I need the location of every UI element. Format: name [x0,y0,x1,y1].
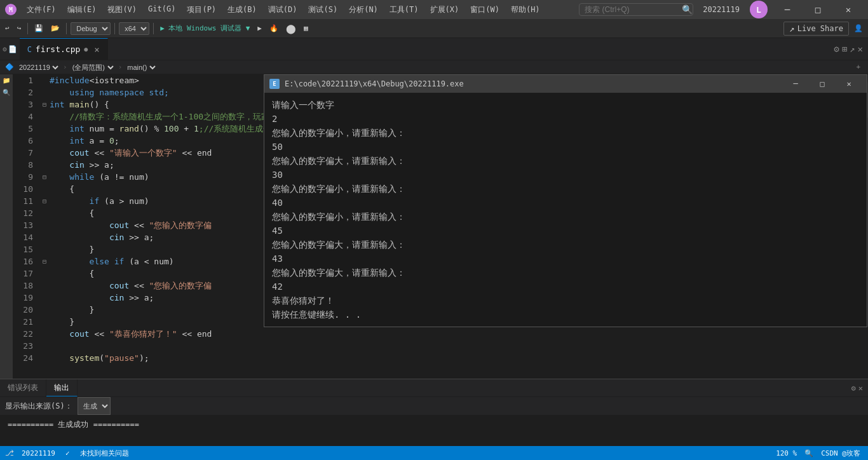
toolbar-undo-btn[interactable]: ↩ [3,23,12,34]
fold-icon-19[interactable] [41,294,48,302]
live-share-button[interactable]: ↗ Live Share [783,22,849,36]
minimize-button[interactable]: ─ [773,0,802,19]
fold-icon-15[interactable] [41,246,48,254]
explorer-icon[interactable]: 📁 [3,77,10,84]
title-bar: M 文件(F)编辑(E)视图(V)Git(G)项目(P)生成(B)调试(D)测试… [0,0,868,19]
output-source-select[interactable]: 生成 [78,397,111,415]
menu-item-X[interactable]: 扩展(X) [425,3,465,17]
menu-item-E[interactable]: 编辑(E) [62,3,102,17]
token-plain: >> a; [124,292,154,304]
close-button[interactable]: ✕ [834,0,863,19]
platform-dropdown[interactable]: x64 [119,22,149,35]
zoom-level[interactable]: 120 % [773,449,799,458]
line-number-16: 16 [18,255,33,267]
token-plain [64,98,69,111]
fold-icon-6[interactable] [41,137,48,145]
tab-maximize-icon[interactable]: ↗ [850,44,855,54]
restore-button[interactable]: □ [803,0,832,19]
menu-item-T[interactable]: 工具(T) [384,3,424,17]
fold-icon-14[interactable] [41,234,48,241]
fold-icon-23[interactable] [41,342,48,350]
fold-icon-22[interactable] [41,330,48,338]
editor-container: 📁 🔍 123456789101112131415161718192021222… [0,74,868,379]
fold-icon-18[interactable] [41,282,48,290]
menu-item-B[interactable]: 生成(B) [222,3,262,17]
toolbar-redo-btn[interactable]: ↪ [15,23,24,34]
menu-item-H[interactable]: 帮助(H) [506,3,545,17]
line-number-23: 23 [18,340,33,352]
debug-config-dropdown[interactable]: Debug [71,22,111,35]
console-line: 42 [272,280,859,294]
fold-icon-5[interactable] [41,125,48,133]
fold-icon-11[interactable]: ⊟ [41,198,48,205]
feedback-button[interactable]: 👤 [851,23,865,34]
fold-icon-1[interactable] [41,77,48,85]
scope-namespace-dropdown[interactable]: (全局范围) [70,63,116,72]
git-branch-label[interactable]: 20221119 [19,449,58,457]
menu-item-F[interactable]: 文件(F) [22,3,61,17]
toolbar-save-btn[interactable]: 💾 [32,23,46,34]
token-kw: using namespace std; [50,86,169,98]
scope-member-dropdown[interactable]: main() [125,63,158,72]
menu-item-S[interactable]: 测试(S) [303,3,342,17]
user-avatar[interactable]: L [750,1,768,18]
panel-close-icon[interactable]: ✕ [858,384,863,393]
scope-file-dropdown[interactable]: 20221119 [17,63,60,72]
fold-icon-8[interactable] [41,161,48,169]
console-minimize-btn[interactable]: ─ [783,75,808,93]
toolbar: ↩ ↪ 💾 📂 Debug x64 ▶ 本地 Windows 调试器 ▼ ▶ 🔥… [0,19,868,38]
tab-first-cpp[interactable]: C first.cpp ● × [20,38,108,60]
hot-reload-button[interactable]: 🔥 [267,23,281,34]
no-issues-label[interactable]: 未找到相关问题 [78,449,132,458]
panel-tab-output[interactable]: 输出 [46,379,78,396]
token-kw: while [50,171,94,183]
token-plain [50,352,69,364]
menu-item-P[interactable]: 项目(P) [182,3,221,17]
fold-icon-12[interactable] [41,210,48,217]
fold-icon-4[interactable] [41,113,48,121]
toolbar-sep2 [66,23,67,34]
git-icon: ⎇ [5,449,14,457]
fold-icon-13[interactable] [41,222,48,229]
global-search-input[interactable] [579,3,693,16]
token-plain: num = [85,123,119,135]
tab-close-button[interactable]: × [94,44,99,55]
fold-icon-21[interactable] [41,318,48,326]
continue-button[interactable]: ▶ [255,23,264,34]
fold-icon-17[interactable] [41,270,48,278]
console-restore-btn[interactable]: □ [810,75,835,93]
panel-settings-icon[interactable]: ⚙ [851,384,856,393]
console-line: 40 [272,196,859,210]
fold-icon-2[interactable] [41,89,48,97]
toolbar-extra[interactable]: ▦ [301,23,311,34]
menu-item-V[interactable]: 视图(V) [102,3,142,17]
menu-item-GitG[interactable]: Git(G) [143,3,180,17]
fold-icon-7[interactable] [41,149,48,157]
menu-item-D[interactable]: 调试(D) [263,3,302,17]
panel-tab-errors[interactable]: 错误列表 [0,379,46,396]
tab-settings-icon[interactable]: ⚙ [834,44,839,54]
fold-icon-9[interactable]: ⊟ [41,173,48,181]
panel-tab-bar: 错误列表 输出 ⚙ ✕ [0,379,868,397]
breakpoints-button[interactable]: ⬤ [283,22,299,35]
fold-icon-10[interactable] [41,186,48,193]
live-share-icon: ↗ [789,24,794,34]
tab-close-panel-icon[interactable]: ✕ [858,44,863,54]
output-source-label: 显示输出来源(S)： [5,401,72,412]
toolbar-open-btn[interactable]: 📂 [48,23,62,34]
token-fn: main [69,98,89,111]
run-button[interactable]: ▶ 本地 Windows 调试器 ▼ [158,22,252,34]
tab-split-icon[interactable]: ⊞ [842,44,847,54]
fold-icon-16[interactable]: ⊟ [41,258,48,266]
scope-add-icon[interactable]: + [853,63,863,71]
console-close-btn[interactable]: ✕ [836,75,862,93]
fold-icon-3[interactable]: ⊟ [41,101,48,109]
search-sidebar-icon[interactable]: 🔍 [3,89,10,96]
fold-icon-24[interactable] [41,355,48,362]
console-line: 请按任意键继续. . . [272,308,859,321]
app-logo: M [5,4,17,15]
fold-icon-20[interactable] [41,306,48,314]
line-number-6: 6 [18,135,33,147]
menu-item-N[interactable]: 分析(N) [344,3,383,17]
menu-item-W[interactable]: 窗口(W) [465,3,505,17]
